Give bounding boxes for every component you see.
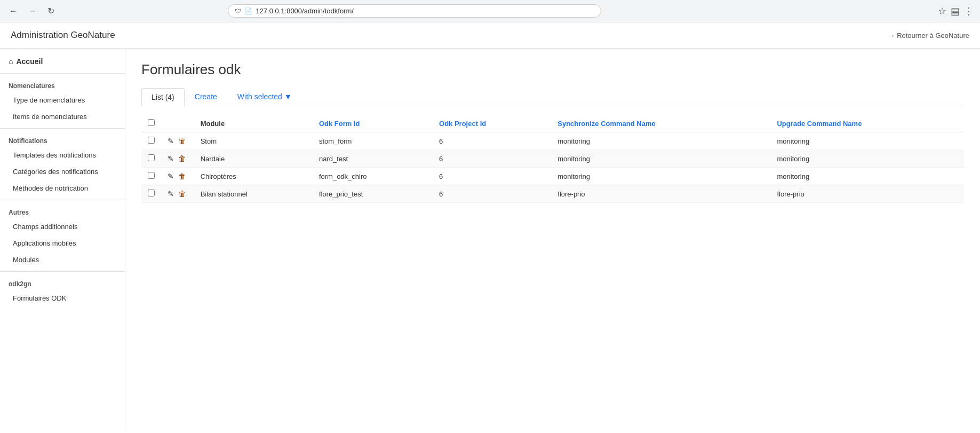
back-button[interactable]: ← — [6, 5, 20, 17]
sidebar-item-type-nomenclatures[interactable]: Type de nomenclatures — [0, 92, 125, 108]
th-actions — [161, 115, 194, 132]
sidebar-divider-2 — [0, 200, 125, 200]
table-row: ✎ 🗑 Nardaie nard_test 6 monitoring monit… — [141, 150, 964, 168]
edit-icon-0[interactable]: ✎ — [168, 137, 174, 145]
row-checkbox-2[interactable] — [148, 172, 155, 179]
layout: ⌂ Accueil Nomenclatures Type de nomencla… — [0, 49, 980, 431]
sidebar-item-applications-mobiles[interactable]: Applications mobiles — [0, 235, 125, 251]
row-odk-form-id-1: nard_test — [313, 150, 433, 168]
delete-icon-0[interactable]: 🗑 — [178, 137, 186, 145]
row-module-0: Stom — [194, 132, 313, 150]
row-odk-project-id-2: 6 — [433, 168, 551, 185]
edit-icon-2[interactable]: ✎ — [168, 172, 174, 180]
sidebar-divider-3 — [0, 271, 125, 272]
delete-icon-1[interactable]: 🗑 — [178, 154, 186, 163]
sidebar-section-notifications: Notifications — [0, 132, 125, 147]
main-content: Formulaires odk List (4) Create With sel… — [125, 49, 980, 431]
sidebar-home-label: Accueil — [16, 57, 43, 66]
forward-button[interactable]: → — [26, 5, 39, 17]
row-module-2: Chiroptères — [194, 168, 313, 185]
row-upgrade-command-3: flore-prio — [770, 185, 964, 203]
row-sync-command-3: flore-prio — [551, 185, 770, 203]
sidebar-item-formulaires-odk[interactable]: Formulaires ODK — [0, 290, 125, 306]
sidebar-item-champs-additionnels[interactable]: Champs additionnels — [0, 218, 125, 235]
tabs-bar: List (4) Create With selected ▼ — [141, 88, 964, 106]
app-header: Administration GeoNature → Retourner à G… — [0, 22, 980, 49]
delete-icon-3[interactable]: 🗑 — [178, 190, 186, 198]
sidebar-section-autres: Autres — [0, 203, 125, 218]
row-actions-3: ✎ 🗑 — [161, 185, 194, 203]
home-icon: ⌂ — [9, 57, 13, 66]
reload-button[interactable]: ↻ — [45, 5, 57, 17]
table-row: ✎ 🗑 Chiroptères form_odk_chiro 6 monitor… — [141, 168, 964, 185]
row-odk-form-id-3: flore_prio_test — [313, 185, 433, 203]
edit-icon-1[interactable]: ✎ — [168, 154, 174, 163]
row-checkbox-cell — [141, 185, 161, 203]
row-checkbox-cell — [141, 168, 161, 185]
page-icon: 📄 — [244, 7, 252, 15]
sidebar-section-odk2gn: odk2gn — [0, 275, 125, 290]
sidebar-item-templates-notifications[interactable]: Templates des notifications — [0, 147, 125, 163]
th-upgrade-command[interactable]: Upgrade Command Name — [770, 115, 964, 132]
row-odk-project-id-3: 6 — [433, 185, 551, 203]
table-row: ✎ 🗑 Bilan stationnel flore_prio_test 6 f… — [141, 185, 964, 203]
th-checkbox — [141, 115, 161, 132]
th-module: Module — [194, 115, 313, 132]
row-sync-command-0: monitoring — [551, 132, 770, 150]
table-row: ✎ 🗑 Stom stom_form 6 monitoring monitori… — [141, 132, 964, 150]
sidebar-item-items-nomenclatures[interactable]: Items de nomenclatures — [0, 108, 125, 125]
th-odk-form-id[interactable]: Odk Form Id — [313, 115, 433, 132]
select-all-checkbox[interactable] — [148, 119, 155, 126]
sidebar-divider-1 — [0, 128, 125, 129]
sidebar-item-methodes-notification[interactable]: Méthodes de notification — [0, 180, 125, 196]
row-checkbox-3[interactable] — [148, 190, 155, 196]
row-module-1: Nardaie — [194, 150, 313, 168]
th-odk-project-id[interactable]: Odk Project Id — [433, 115, 551, 132]
bookmark-icon[interactable]: ☆ — [938, 5, 946, 17]
tab-with-selected[interactable]: With selected ▼ — [227, 88, 302, 106]
th-sync-command[interactable]: Synchronize Command Name — [551, 115, 770, 132]
row-module-3: Bilan stationnel — [194, 185, 313, 203]
sidebar-section-nomenclatures: Nomenclatures — [0, 77, 125, 92]
row-checkbox-0[interactable] — [148, 137, 155, 144]
row-upgrade-command-2: monitoring — [770, 168, 964, 185]
sidebar: ⌂ Accueil Nomenclatures Type de nomencla… — [0, 49, 125, 431]
row-odk-form-id-0: stom_form — [313, 132, 433, 150]
sidebar-item-categories-notifications[interactable]: Catégories des notifications — [0, 163, 125, 180]
row-odk-project-id-0: 6 — [433, 132, 551, 150]
sidebar-divider-0 — [0, 73, 125, 74]
sidebar-item-modules[interactable]: Modules — [0, 251, 125, 268]
data-table: Module Odk Form Id Odk Project Id Synchr… — [141, 115, 964, 203]
app-title: Administration GeoNature — [11, 30, 115, 41]
row-odk-form-id-2: form_odk_chiro — [313, 168, 433, 185]
row-sync-command-1: monitoring — [551, 150, 770, 168]
row-sync-command-2: monitoring — [551, 168, 770, 185]
page-title: Formulaires odk — [141, 61, 964, 78]
row-checkbox-cell — [141, 150, 161, 168]
row-actions-0: ✎ 🗑 — [161, 132, 194, 150]
extensions-icon[interactable]: ▤ — [951, 5, 960, 17]
shield-icon: 🛡 — [235, 7, 241, 15]
url-text: 127.0.0.1:8000/admin/todkform/ — [256, 7, 354, 15]
browser-right-icons: ☆ ▤ ⋮ — [938, 5, 974, 17]
return-link[interactable]: → Retourner à GeoNature — [888, 32, 969, 40]
row-actions-1: ✎ 🗑 — [161, 150, 194, 168]
row-upgrade-command-1: monitoring — [770, 150, 964, 168]
delete-icon-2[interactable]: 🗑 — [178, 172, 186, 180]
with-selected-label: With selected — [237, 92, 282, 101]
row-checkbox-cell — [141, 132, 161, 150]
tab-create[interactable]: Create — [185, 88, 227, 106]
tab-list[interactable]: List (4) — [141, 88, 185, 106]
browser-chrome: ← → ↻ 🛡 📄 127.0.0.1:8000/admin/todkform/… — [0, 0, 980, 22]
dropdown-arrow-icon: ▼ — [284, 92, 292, 101]
row-actions-2: ✎ 🗑 — [161, 168, 194, 185]
address-bar[interactable]: 🛡 📄 127.0.0.1:8000/admin/todkform/ — [228, 4, 601, 18]
sidebar-home[interactable]: ⌂ Accueil — [0, 53, 125, 70]
menu-icon[interactable]: ⋮ — [964, 5, 974, 17]
row-checkbox-1[interactable] — [148, 154, 155, 161]
row-odk-project-id-1: 6 — [433, 150, 551, 168]
row-upgrade-command-0: monitoring — [770, 132, 964, 150]
edit-icon-3[interactable]: ✎ — [168, 190, 174, 198]
